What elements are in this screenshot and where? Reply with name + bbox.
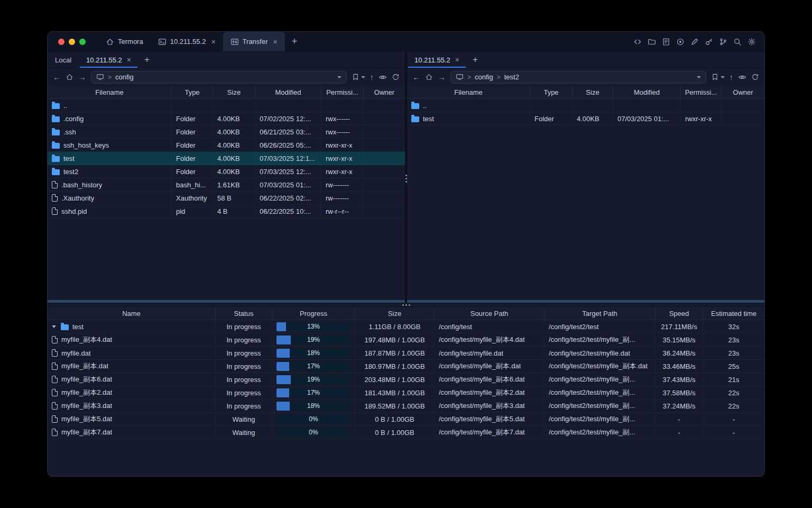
close-icon[interactable]: × [455, 56, 459, 64]
tab-right-host[interactable]: 10.211.55.2 × [407, 52, 467, 68]
computer-icon [456, 73, 464, 81]
home-button[interactable] [425, 73, 433, 81]
breadcrumb-segment[interactable]: config [475, 73, 493, 81]
bookmark-button[interactable] [352, 73, 365, 81]
expand-chevron-icon[interactable] [52, 325, 56, 328]
forward-button[interactable]: → [78, 73, 86, 81]
transfer-row[interactable]: myfile_副本3.dat In progress 18% 189.52MB … [48, 400, 764, 413]
refresh-button[interactable] [751, 73, 759, 81]
table-row[interactable]: .ssh Folder 4.00KB 06/21/2025 03:... rwx… [48, 125, 405, 139]
tab-host[interactable]: 10.211.55.2 × [151, 32, 223, 51]
breadcrumb-segment[interactable]: test2 [504, 73, 519, 81]
tab-termora[interactable]: Termora [98, 32, 151, 51]
transfer-row[interactable]: myfile_副本7.dat Waiting 0% 0 B / 1.00GB /… [48, 426, 764, 439]
transfer-name: myfile.dat [61, 349, 91, 357]
back-button[interactable]: ← [53, 73, 61, 81]
minimize-window-button[interactable] [69, 39, 75, 45]
column-header[interactable]: Target Path [545, 307, 656, 320]
tab-local[interactable]: Local [48, 52, 79, 68]
settings-icon[interactable] [748, 38, 756, 46]
column-header[interactable]: Speed [656, 307, 703, 320]
column-header[interactable]: Modified [255, 86, 321, 98]
chevron-down-icon[interactable] [697, 76, 701, 78]
branch-icon[interactable] [719, 38, 727, 46]
file-icon [52, 181, 58, 188]
refresh-button[interactable] [392, 73, 400, 81]
status-text: In progress [226, 402, 261, 410]
code-icon[interactable] [633, 38, 642, 46]
column-header[interactable]: Progress [272, 307, 355, 320]
show-hidden-button[interactable] [379, 73, 387, 81]
column-header[interactable]: Name [48, 307, 216, 320]
status-text: In progress [226, 323, 261, 331]
column-header[interactable]: Size [573, 86, 613, 98]
transfer-row[interactable]: myfile_副本.dat In progress 17% 180.97MB /… [48, 360, 764, 373]
record-icon[interactable] [676, 38, 685, 46]
breadcrumb-segment[interactable]: config [115, 73, 134, 81]
progress-fill [276, 388, 289, 397]
column-header[interactable]: Modified [613, 86, 681, 98]
search-icon[interactable] [733, 38, 742, 46]
home-button[interactable] [66, 73, 73, 81]
table-row[interactable]: .config Folder 4.00KB 07/02/2025 12:... … [48, 112, 405, 125]
table-row[interactable]: .Xauthority Xauthority 58 B 06/22/2025 0… [48, 192, 405, 205]
transfer-row[interactable]: test In progress 13% 1.11GB / 8.00GB /co… [48, 320, 764, 333]
key-icon[interactable] [705, 38, 713, 46]
column-header[interactable]: Type [172, 86, 213, 98]
column-header[interactable]: Size [213, 86, 255, 98]
bookmark-button[interactable] [711, 73, 725, 81]
transfer-row[interactable]: myfile_副本5.dat Waiting 0% 0 B / 1.00GB /… [48, 413, 764, 426]
tab-transfer[interactable]: Transfer × [223, 32, 285, 51]
transfer-row[interactable]: myfile_副本6.dat In progress 19% 203.48MB … [48, 373, 764, 386]
transfer-row[interactable]: myfile_副本2.dat In progress 17% 181.43MB … [48, 386, 764, 400]
edit-icon[interactable] [690, 38, 699, 46]
close-icon[interactable]: × [127, 56, 131, 64]
column-header[interactable]: Status [216, 307, 272, 320]
status-text: In progress [226, 336, 261, 344]
right-new-tab-button[interactable]: + [467, 52, 484, 68]
transfer-row[interactable]: myfile_副本4.dat In progress 19% 197.48MB … [48, 333, 764, 347]
folder-icon[interactable] [648, 38, 656, 46]
table-row[interactable]: .bash_history bash_hi... 1.61KB 07/03/20… [48, 178, 405, 192]
log-icon[interactable] [662, 38, 670, 46]
transfer-row[interactable]: myfile.dat In progress 18% 187.87MB / 1.… [48, 347, 764, 360]
zoom-window-button[interactable] [79, 39, 86, 45]
left-new-tab-button[interactable]: + [139, 52, 155, 68]
transfer-name: myfile_副本5.dat [61, 414, 112, 424]
close-window-button[interactable] [58, 39, 64, 45]
column-header[interactable]: Size [355, 307, 435, 320]
forward-button[interactable]: → [438, 73, 446, 81]
column-header[interactable]: Filename [407, 86, 530, 98]
tab-left-host[interactable]: 10.211.55.2 × [79, 52, 139, 68]
show-hidden-button[interactable] [738, 73, 746, 81]
path-breadcrumb[interactable]: > config [91, 71, 347, 84]
table-row[interactable]: ssh_host_keys Folder 4.00KB 06/26/2025 0… [48, 139, 405, 152]
table-row[interactable]: test2 Folder 4.00KB 07/03/2025 12:... rw… [48, 165, 405, 178]
transfer-name: test [72, 323, 84, 331]
column-header[interactable]: Permissi... [681, 86, 722, 98]
column-header[interactable]: Owner [722, 86, 764, 98]
column-header[interactable]: Permissi... [321, 86, 364, 98]
new-tab-button[interactable]: + [285, 32, 304, 51]
left-file-pane: Local 10.211.55.2 × + ← → > config [48, 52, 405, 303]
parent-directory-button[interactable]: ↑ [730, 73, 734, 81]
column-header[interactable]: Estimated time [703, 307, 764, 320]
path-breadcrumb[interactable]: > config > test2 [450, 71, 706, 84]
column-header[interactable]: Source Path [435, 307, 545, 320]
table-row[interactable]: .. [48, 99, 405, 112]
column-header[interactable]: Type [530, 86, 573, 98]
parent-directory-button[interactable]: ↑ [370, 73, 374, 81]
right-toolbar: ← → > config > test2 ↑ [407, 68, 764, 86]
table-row-selected[interactable]: test Folder 4.00KB 07/03/2025 12:1... rw… [48, 152, 405, 165]
close-icon[interactable]: × [273, 38, 278, 46]
column-header[interactable]: Filename [48, 86, 172, 98]
chevron-down-icon[interactable] [337, 76, 342, 78]
table-row[interactable]: .. [407, 99, 764, 112]
transfer-name: myfile_副本2.dat [61, 388, 112, 397]
table-row[interactable]: sshd.pid pid 4 B 06/22/2025 10:... rw-r-… [48, 205, 405, 218]
transfer-splitter[interactable] [48, 303, 764, 307]
back-button[interactable]: ← [412, 73, 420, 81]
table-row[interactable]: test Folder 4.00KB 07/03/2025 01:... rwx… [407, 112, 764, 125]
column-header[interactable]: Owner [364, 86, 405, 98]
close-icon[interactable]: × [211, 38, 215, 46]
